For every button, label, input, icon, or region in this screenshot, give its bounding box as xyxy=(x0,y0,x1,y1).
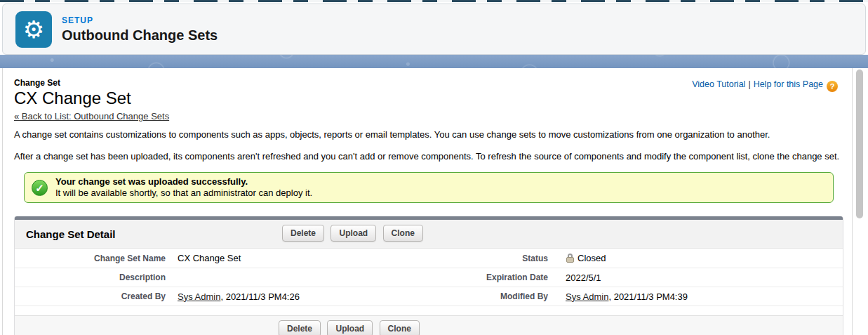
lock-icon xyxy=(566,254,575,263)
help-icon[interactable]: ? xyxy=(827,81,838,92)
help-links: Video Tutorial|Help for this Page? xyxy=(692,78,843,92)
top-button-group: Delete Upload Clone xyxy=(282,225,427,242)
intro-paragraph-2: After a change set has been uploaded, it… xyxy=(14,151,843,163)
success-message-title: Your change set was uploaded successfull… xyxy=(55,176,312,188)
delete-button-bottom[interactable]: Delete xyxy=(279,320,321,335)
check-circle-icon: ✓ xyxy=(32,180,48,196)
created-by-user-link[interactable]: Sys Admin xyxy=(178,291,220,302)
clone-button[interactable]: Clone xyxy=(383,225,423,242)
field-label-change-set-name: Change Set Name xyxy=(15,254,166,263)
field-label-expiration-date: Expiration Date xyxy=(425,272,548,282)
setup-title: Outbound Change Sets xyxy=(62,27,218,44)
setup-tile: ⚙ xyxy=(15,11,52,48)
setup-header: ⚙ SETUP Outbound Change Sets xyxy=(2,4,866,55)
field-label-status: Status xyxy=(425,254,548,263)
field-value-created-by: Sys Admin, 2021/11/3 PM4:26 xyxy=(166,291,425,302)
vertical-scrollbar[interactable] xyxy=(856,70,863,218)
back-to-list-link[interactable]: « Back to List: Outbound Change Sets xyxy=(14,111,169,121)
upload-button-bottom[interactable]: Upload xyxy=(327,320,373,335)
success-message-body: It will be available shortly, so that an… xyxy=(55,188,312,199)
setup-eyebrow: SETUP xyxy=(62,15,218,25)
link-separator: | xyxy=(748,79,750,89)
table-row: Description Expiration Date 2022/5/1 xyxy=(15,268,843,287)
field-label-modified-by: Modified By xyxy=(425,291,548,301)
decorative-banner xyxy=(0,55,868,68)
field-value-modified-by: Sys Admin, 2021/11/3 PM4:39 xyxy=(548,291,825,302)
entity-label: Change Set xyxy=(14,78,169,88)
table-row: Change Set Name CX Change Set Status Clo… xyxy=(15,249,843,268)
section-footer: Delete Upload Clone xyxy=(15,315,843,335)
success-message: ✓ Your change set was uploaded successfu… xyxy=(24,172,834,204)
change-set-detail-section: Change Set Detail Delete Upload Clone Ch… xyxy=(14,216,843,335)
modified-by-user-link[interactable]: Sys Admin xyxy=(566,291,608,302)
field-label-created-by: Created By xyxy=(15,291,166,301)
section-title: Change Set Detail xyxy=(26,228,116,240)
help-for-page-link[interactable]: Help for this Page xyxy=(754,79,823,89)
browser-chrome-edge xyxy=(0,0,868,2)
clone-button-bottom[interactable]: Clone xyxy=(380,320,420,335)
table-row: Created By Sys Admin, 2021/11/3 PM4:26 M… xyxy=(15,287,843,306)
field-value-status: Closed xyxy=(548,253,825,263)
main-content: Change Set CX Change Set « Back to List:… xyxy=(2,68,853,335)
field-label-description: Description xyxy=(15,272,166,282)
video-tutorial-link[interactable]: Video Tutorial xyxy=(692,79,745,89)
table-spacer xyxy=(15,306,843,315)
page-title: CX Change Set xyxy=(14,88,169,108)
field-value-expiration-date: 2022/5/1 xyxy=(548,272,825,283)
delete-button[interactable]: Delete xyxy=(282,225,324,242)
bottom-button-group: Delete Upload Clone xyxy=(279,320,423,335)
intro-paragraph-1: A change set contains customizations to … xyxy=(14,129,843,141)
gear-icon: ⚙ xyxy=(23,18,44,41)
field-value-change-set-name: CX Change Set xyxy=(166,253,425,263)
upload-button[interactable]: Upload xyxy=(330,225,376,242)
